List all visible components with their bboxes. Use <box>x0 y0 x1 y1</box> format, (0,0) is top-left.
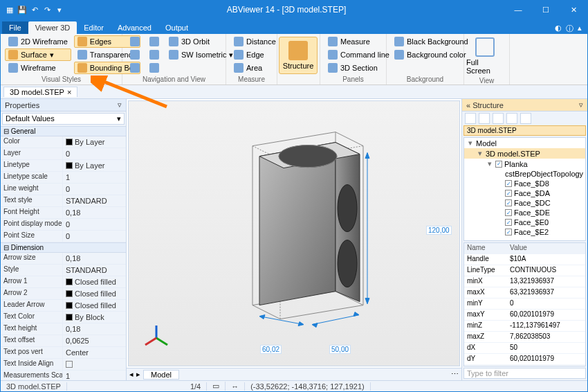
fullscreen-icon <box>475 37 495 57</box>
tree-node[interactable]: cstBrepObjectTopology <box>464 169 585 179</box>
property-row[interactable]: Point Size0 <box>1 231 126 242</box>
ribbon-info-icon[interactable]: ⓘ <box>566 24 573 34</box>
qat-save-icon[interactable]: 💾 <box>17 5 27 15</box>
nav-zoomfit[interactable] <box>127 35 143 48</box>
property-row[interactable]: Arrow 1Closed filled <box>1 276 126 288</box>
property-row[interactable]: Text Inside Align <box>1 359 126 371</box>
status-file: 3D model.STEP <box>1 382 67 391</box>
surface-icon <box>8 50 18 60</box>
btn-structure[interactable]: Structure <box>279 37 318 74</box>
tab-viewer-3d[interactable]: Viewer 3D <box>28 21 77 34</box>
btn-wireframe[interactable]: Wireframe <box>5 62 71 74</box>
tree-node[interactable]: ✓Face_$DE <box>464 208 585 217</box>
property-row[interactable]: LinetypeBy Layer <box>1 160 126 172</box>
btn-full-screen[interactable]: Full Screen <box>466 37 504 75</box>
tree-node[interactable]: ✓Face_$D8 <box>464 179 585 188</box>
ribbon-min-icon[interactable]: ▴ <box>578 24 582 34</box>
close-button[interactable]: ✕ <box>560 1 587 19</box>
zoomfit-icon <box>130 37 140 46</box>
struct-tool-2[interactable] <box>479 113 490 124</box>
btn-2d-wireframe[interactable]: 2D Wireframe <box>5 35 71 48</box>
chevron-left-icon[interactable]: « <box>466 101 470 109</box>
vtab-next-icon[interactable]: ▸ <box>136 370 140 379</box>
tree-node[interactable]: ▾✓Planka <box>464 159 585 169</box>
minimize-button[interactable]: — <box>504 1 532 19</box>
property-row[interactable]: Point display mode0 <box>1 219 126 231</box>
filter-input[interactable]: Type to filter <box>463 368 586 379</box>
pan-icon <box>149 37 159 46</box>
tab-file[interactable]: File <box>2 21 28 34</box>
tab-advanced[interactable]: Advanced <box>111 21 158 34</box>
property-row[interactable]: Text offset0,0625 <box>1 335 126 347</box>
structure-header: « Structure▿ <box>462 99 587 112</box>
tree-node[interactable]: ✓Face_$E0 <box>464 217 585 227</box>
nav-rotate[interactable] <box>146 48 163 61</box>
object-property-row: maxX63,321936937 <box>464 287 585 299</box>
object-property-row: maxY60,020101979 <box>464 310 585 321</box>
dim-depth: 50,00 <box>329 345 351 354</box>
viewtab-model[interactable]: Model <box>143 370 179 380</box>
nav-reset[interactable] <box>146 62 163 74</box>
properties-combo[interactable]: Default Values▾ <box>2 113 125 125</box>
property-row[interactable]: Text ColorBy Block <box>1 312 126 323</box>
property-row[interactable]: Text pos vertCenter <box>1 347 126 359</box>
property-row[interactable]: ColorBy Layer <box>1 136 126 148</box>
struct-tool-5[interactable] <box>520 113 531 124</box>
btn-black-bg[interactable]: Black Background <box>391 35 472 48</box>
tree-node[interactable]: ✓Face_$E2 <box>464 227 585 237</box>
structure-breadcrumb[interactable]: 3D model.STEP <box>463 125 586 136</box>
tab-editor[interactable]: Editor <box>77 21 111 34</box>
btn-bg-color[interactable]: Background color <box>391 48 472 61</box>
qat-redo-icon[interactable]: ↷ <box>42 5 52 15</box>
property-row[interactable]: Text styleSTANDARD <box>1 195 126 207</box>
vtab-prev-icon[interactable]: ◂ <box>129 370 134 379</box>
property-row[interactable]: Font Height0,18 <box>1 207 126 219</box>
tree-node[interactable]: ▾3D model.STEP <box>464 148 585 159</box>
property-row[interactable]: Leader ArrowClosed filled <box>1 300 126 312</box>
close-icon[interactable]: × <box>67 88 71 96</box>
btn-command-line[interactable]: Command line <box>324 48 393 61</box>
orbit-icon <box>169 37 178 46</box>
btn-surface[interactable]: Surface▾ <box>5 48 71 61</box>
property-row[interactable]: Layer0 <box>1 148 126 160</box>
tree-node[interactable]: ✓Face_$DC <box>464 198 585 208</box>
property-row[interactable]: Measurements Scale1 <box>1 371 126 380</box>
group-panels: Panels <box>324 74 382 84</box>
struct-tool-1[interactable] <box>465 113 476 124</box>
section-icon <box>328 63 338 73</box>
property-row[interactable]: Arrow 2Closed filled <box>1 288 126 300</box>
panel-menu-icon[interactable]: ▿ <box>118 100 122 109</box>
ribbon-help-icon[interactable]: ◐ <box>555 24 562 34</box>
btn-3d-section[interactable]: 3D Section <box>324 62 393 74</box>
status-tool-2[interactable]: ↔ <box>226 382 245 391</box>
panel-menu-icon[interactable]: ▿ <box>579 100 583 109</box>
tree-node[interactable]: ▾Model <box>464 138 585 148</box>
property-row[interactable]: StyleSTANDARD <box>1 265 126 276</box>
dim-height: 120,00 <box>426 226 452 235</box>
qat-dropdown-icon[interactable]: ▾ <box>55 5 64 15</box>
property-row[interactable]: Line weight0 <box>1 184 126 195</box>
vtab-scroll-icon[interactable]: ⋯ <box>451 370 459 379</box>
nav-pan[interactable] <box>146 35 163 48</box>
area-icon <box>234 63 244 73</box>
maximize-button[interactable]: ☐ <box>532 1 560 19</box>
tab-output[interactable]: Output <box>158 21 195 34</box>
property-row[interactable]: Arrow size0,18 <box>1 253 126 265</box>
doc-tab[interactable]: 3D model.STEP× <box>3 87 77 97</box>
tree-node[interactable]: ✓Face_$DA <box>464 188 585 198</box>
viewport-3d[interactable]: 120,00 60,02 50,00 <box>128 100 460 366</box>
chevron-down-icon: ▾ <box>117 114 121 123</box>
qat-undo-icon[interactable]: ↶ <box>30 5 39 15</box>
struct-tool-3[interactable] <box>493 113 504 124</box>
svg-point-3 <box>338 240 357 287</box>
nav-home[interactable] <box>127 62 143 74</box>
structure-tree[interactable]: ▾Model▾3D model.STEP▾✓PlankacstBrepObjec… <box>463 137 586 241</box>
property-row[interactable]: Linetype scale1 <box>1 172 126 184</box>
struct-tool-4[interactable] <box>506 113 517 124</box>
nav-zoomin[interactable] <box>127 48 143 61</box>
status-tool-1[interactable]: ▭ <box>207 382 226 391</box>
object-property-row: dY60,020101979 <box>464 354 585 365</box>
btn-measure-panel[interactable]: Measure <box>324 35 393 48</box>
property-row[interactable]: Text height0,18 <box>1 323 126 335</box>
iso-icon <box>169 50 178 60</box>
